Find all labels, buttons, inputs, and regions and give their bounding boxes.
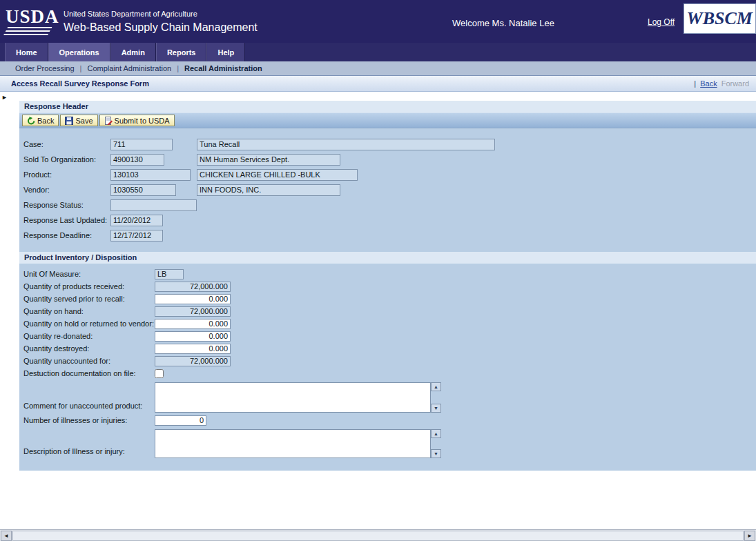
submit-to-usda-button[interactable]: Submit to USDA (99, 115, 175, 126)
field-row-qty-on-hold: Quantity on hold or returned to vendor: (19, 317, 756, 330)
qty-redonated-input[interactable] (155, 331, 231, 342)
scroll-up-icon[interactable]: ▲ (431, 429, 441, 438)
uom-field (155, 269, 184, 279)
vendor-code-field (110, 184, 176, 196)
description-label: Description of Illness or injury: (23, 447, 155, 458)
field-row-response-status: Response Status: (19, 197, 756, 213)
scroll-down-icon[interactable]: ▼ (431, 404, 441, 413)
back-button[interactable]: Back (22, 115, 59, 126)
sold-to-code-field (110, 154, 164, 166)
description-scrollbar: ▲ ▼ (431, 429, 441, 458)
sold-to-name-field (197, 154, 340, 166)
horizontal-scrollbar-thumb[interactable] (12, 531, 744, 541)
comment-textarea[interactable] (155, 382, 431, 413)
welcome-text: Welcome Ms. Natalie Lee (452, 18, 554, 28)
case-code-field (110, 139, 173, 150)
destruction-doc-label: Destuction documentation on file: (23, 369, 155, 377)
back-icon (27, 117, 35, 125)
product-code-slot (110, 169, 197, 181)
last-updated-field (110, 215, 163, 226)
qty-received-field (155, 282, 231, 292)
deadline-field (110, 230, 163, 242)
case-code-slot (110, 139, 197, 150)
qty-served-input[interactable] (155, 294, 231, 304)
qty-on-hold-label: Quantity on hold or returned to vendor: (23, 319, 155, 328)
subnav-order-processing[interactable]: Order Processing (10, 64, 80, 72)
deadline-label: Response Deadline: (23, 231, 110, 239)
scroll-right-button[interactable]: ► (744, 531, 755, 541)
spacer (19, 128, 756, 137)
product-name-field (197, 169, 358, 181)
field-row-uom: Unit Of Measure: (19, 268, 756, 280)
wbscm-app: { "header": { "usda_logo": "USDA", "agen… (0, 0, 756, 541)
qty-on-hold-input[interactable] (155, 319, 231, 329)
uom-label: Unit Of Measure: (23, 270, 155, 278)
field-row-qty-served: Quantity served prior to recall: (19, 293, 756, 305)
sold-to-label: Sold To Organization: (23, 155, 110, 164)
tab-reports[interactable]: Reports (156, 43, 207, 61)
history-back-link[interactable]: Back (700, 79, 717, 88)
tab-home[interactable]: Home (5, 43, 48, 61)
field-row-qty-redonated: Quantity re-donated: (19, 330, 756, 342)
response-status-field (110, 199, 197, 211)
vendor-code-slot (110, 184, 197, 196)
qty-on-hand-label: Quantity on hand: (23, 307, 155, 315)
main-nav-tabbar: Home Operations Admin Reports Help (0, 43, 756, 61)
qty-unaccounted-label: Quantity unaccounted for: (23, 357, 155, 365)
sold-to-code-slot (110, 154, 197, 166)
description-textarea[interactable] (155, 429, 431, 458)
field-row-last-updated: Response Last Updated: (19, 213, 756, 228)
section-response-header: Response Header (19, 101, 756, 112)
destruction-doc-checkbox[interactable] (155, 369, 164, 378)
usda-logo-stripes (3, 27, 52, 36)
subnav-recall-administration[interactable]: Recall Administration (179, 64, 268, 72)
tab-help[interactable]: Help (206, 43, 245, 61)
field-row-qty-received: Quantity of products received: (19, 280, 756, 293)
scroll-down-icon[interactable]: ▼ (431, 449, 441, 458)
field-row-sold-to: Sold To Organization: (19, 152, 756, 167)
app-title: Web-Based Supply Chain Management (64, 21, 258, 34)
scroll-up-icon[interactable]: ▲ (431, 382, 441, 391)
field-row-description: Description of Illness or injury: ▲ ▼ (19, 429, 756, 458)
product-code-field (110, 169, 191, 181)
illnesses-label: Number of illnesses or injuries: (23, 416, 155, 424)
recall-survey-response-form: Response Header Back Save Submit to USDA (19, 101, 756, 471)
page-title: Access Recall Survey Response Form (11, 79, 149, 88)
field-row-comment: Comment for unaccounted product: ▲ ▼ (19, 382, 756, 413)
comment-label: Comment for unaccounted product: (23, 402, 155, 413)
history-nav: | Back Forward (694, 79, 749, 88)
submit-icon (104, 117, 113, 125)
tab-operations[interactable]: Operations (48, 43, 110, 61)
app-header: USDA United States Department of Agricul… (0, 0, 756, 43)
tab-admin[interactable]: Admin (110, 43, 156, 61)
qty-served-label: Quantity served prior to recall: (23, 295, 155, 303)
field-row-case: Case: (19, 137, 756, 152)
scroll-left-button[interactable]: ◄ (1, 531, 12, 541)
vendor-label: Vendor: (23, 186, 110, 194)
illnesses-input[interactable] (155, 415, 206, 426)
usda-logo-text: USDA (6, 8, 55, 26)
qty-redonated-label: Quantity re-donated: (23, 332, 155, 340)
field-row-illnesses: Number of illnesses or injuries: (19, 414, 756, 426)
response-status-label: Response Status: (23, 201, 110, 209)
collapse-panel-arrow-icon[interactable]: ► (1, 94, 8, 101)
qty-on-hand-field (155, 306, 231, 317)
comment-scrollbar: ▲ ▼ (431, 382, 441, 413)
back-button-label: Back (37, 117, 54, 125)
subnav-complaint-administration[interactable]: Complaint Administration (81, 64, 177, 72)
operations-subnav: Order Processing | Complaint Administrat… (0, 61, 756, 76)
case-name-field (197, 139, 495, 150)
agency-line: United States Department of Agriculture (64, 10, 258, 18)
field-row-destruction-doc: Destuction documentation on file: (19, 367, 756, 380)
page-title-bar: Access Recall Survey Response Form | Bac… (0, 76, 756, 92)
last-updated-label: Response Last Updated: (23, 216, 110, 224)
horizontal-scrollbar[interactable]: ◄ ► (0, 529, 756, 541)
case-label: Case: (23, 140, 110, 148)
vendor-name-field (197, 184, 340, 196)
field-row-vendor: Vendor: (19, 182, 756, 197)
logoff-link[interactable]: Log Off (648, 17, 675, 27)
field-row-product: Product: (19, 167, 756, 182)
qty-destroyed-input[interactable] (155, 344, 231, 354)
save-button[interactable]: Save (60, 115, 97, 126)
submit-button-label: Submit to USDA (115, 117, 170, 125)
